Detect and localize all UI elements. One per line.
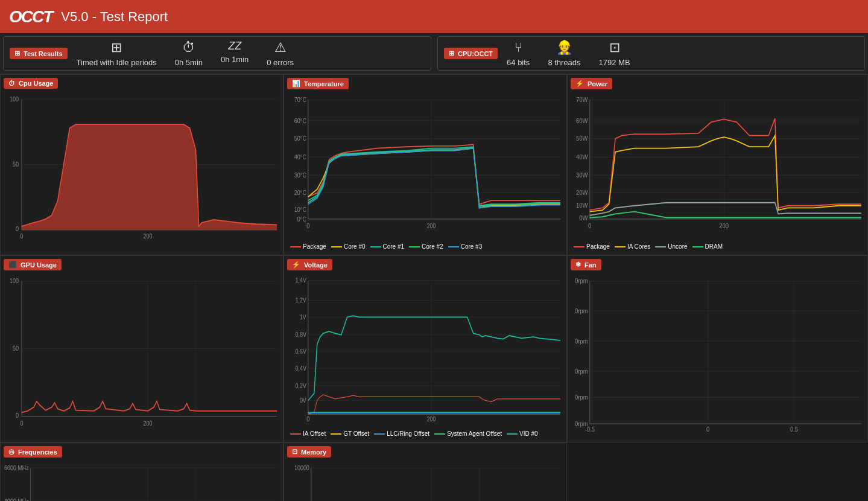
svg-text:60W: 60W <box>576 117 588 124</box>
memory-chart: 10000 0 0 200 <box>287 461 563 501</box>
frequencies-panel: ◎ Frequencies 6000 MHz 4000 MHz 2000 MHz… <box>0 442 284 501</box>
power-panel: ⚡ Power 70W 60W 50W 40W 30W 20W 10W <box>567 74 868 255</box>
svg-text:0,2V: 0,2V <box>295 383 306 390</box>
fan-panel: ❄ Fan 0rpm 0rpm 0rpm 0rpm 0rpm 0 0rpm <box>567 255 868 442</box>
svg-text:0rpm: 0rpm <box>575 394 588 401</box>
svg-text:10°C: 10°C <box>294 206 306 213</box>
svg-text:0: 0 <box>588 222 592 229</box>
svg-text:0,4V: 0,4V <box>295 365 306 372</box>
test-results-label: ⊞ Test Results <box>10 48 68 59</box>
svg-text:50: 50 <box>13 161 19 168</box>
info-item-duration: ⏱ 0h 5min <box>175 40 203 67</box>
svg-text:0,6V: 0,6V <box>295 348 306 355</box>
svg-text:30W: 30W <box>576 171 588 179</box>
power-title: ⚡ Power <box>571 78 612 89</box>
svg-text:70W: 70W <box>576 96 588 103</box>
header: OCCT V5.0 - Test Report <box>0 0 868 33</box>
svg-text:1,4V: 1,4V <box>295 276 306 284</box>
gpu-usage-title: ⬛ GPU Usage <box>4 259 62 270</box>
header-title: V5.0 - Test Report <box>61 9 168 25</box>
fan-chart: 0rpm 0rpm 0rpm 0rpm 0rpm 0 0rpm 0.5 -0.5 <box>571 273 864 439</box>
frequencies-title: ◎ Frequencies <box>4 446 62 458</box>
svg-text:40°C: 40°C <box>294 153 306 161</box>
cpu-occt-label: ⊞ CPU:OCCT <box>444 48 498 59</box>
svg-text:30°C: 30°C <box>294 171 306 179</box>
svg-text:0rpm: 0rpm <box>575 337 588 345</box>
logo: OCCT <box>9 7 52 27</box>
svg-text:200: 200 <box>143 420 152 427</box>
svg-text:0rpm: 0rpm <box>575 368 588 375</box>
svg-text:100: 100 <box>10 277 19 284</box>
svg-text:0: 0 <box>16 225 19 232</box>
voltage-panel: ⚡ Voltage 1,4V 1,2V 1V 0,8V 0,6V <box>284 255 567 442</box>
svg-text:200: 200 <box>426 222 436 229</box>
temperature-chart: 70°C 60°C 50°C 40°C 30°C 20°C 10°C 0°C 0… <box>287 92 563 241</box>
memory-title: ⊡ Memory <box>287 446 331 458</box>
svg-text:50W: 50W <box>576 135 588 142</box>
svg-text:10000: 10000 <box>294 464 309 471</box>
temperature-legend: Package Core #0 Core #1 Core #2 Core #3 <box>287 241 563 252</box>
cpu-usage-title: ⏱ Cpu Usage <box>4 78 58 89</box>
svg-text:0: 0 <box>20 233 23 240</box>
info-bar: ⊞ Test Results ⊞ Timed with Idle periods… <box>0 33 868 74</box>
info-item-idle: ZZ 0h 1min <box>221 40 249 67</box>
svg-text:100: 100 <box>10 95 19 103</box>
power-legend: Package IA Cores Uncore DRAM <box>571 241 864 252</box>
cpu-usage-chart: 100 50 0 0 200 <box>4 92 280 252</box>
svg-text:0: 0 <box>306 416 310 423</box>
svg-text:0V: 0V <box>300 397 306 404</box>
cpu-usage-panel: ⏱ Cpu Usage 100 50 0 0 200 <box>0 74 284 255</box>
svg-text:20W: 20W <box>576 190 588 197</box>
svg-text:50°C: 50°C <box>294 135 306 142</box>
charts-area: ⏱ Cpu Usage 100 50 0 0 200 <box>0 74 868 501</box>
svg-text:0,8V: 0,8V <box>295 331 306 338</box>
svg-text:4000 MHz: 4000 MHz <box>4 497 29 501</box>
test-results-items: ⊞ Timed with Idle periods ⏱ 0h 5min ZZ 0… <box>77 40 294 67</box>
svg-text:40W: 40W <box>576 153 588 161</box>
svg-text:0: 0 <box>306 222 309 229</box>
memory-panel: ⊡ Memory 10000 0 0 200 <box>284 442 567 501</box>
svg-text:1V: 1V <box>300 313 306 321</box>
fan-title: ❄ Fan <box>571 259 601 270</box>
info-item-bits: ⑂ 64 bits <box>507 40 530 67</box>
voltage-legend: IA Offset GT Offset LLC/Ring Offset Syst… <box>287 429 563 439</box>
info-item-mode: ⊞ Timed with Idle periods <box>77 40 157 67</box>
info-item-errors: ⚠ 0 errors <box>267 40 294 67</box>
svg-text:0rpm: 0rpm <box>575 277 588 284</box>
svg-text:0rpm: 0rpm <box>575 307 588 314</box>
svg-text:0: 0 <box>20 420 23 427</box>
svg-text:-0.5: -0.5 <box>585 426 595 433</box>
svg-text:200: 200 <box>426 416 436 423</box>
svg-text:0°C: 0°C <box>297 215 306 223</box>
cpu-occt-items: ⑂ 64 bits 👷 8 threads ⊡ 1792 MB <box>507 40 630 67</box>
svg-text:0: 0 <box>16 412 19 419</box>
svg-text:10W: 10W <box>576 202 588 209</box>
svg-text:0W: 0W <box>579 215 588 222</box>
svg-text:60°C: 60°C <box>294 117 306 124</box>
info-item-mb: ⊡ 1792 MB <box>599 40 630 67</box>
svg-text:200: 200 <box>143 233 152 240</box>
svg-text:70°C: 70°C <box>294 96 306 103</box>
voltage-title: ⚡ Voltage <box>287 259 332 270</box>
voltage-chart: 1,4V 1,2V 1V 0,8V 0,6V 0,4V 0,2V 0V 0 20… <box>287 273 563 429</box>
svg-text:1,2V: 1,2V <box>295 296 306 304</box>
temperature-panel: 📊 Temperature 70°C 60°C 50°C 40°C 30°C 2… <box>284 74 567 255</box>
svg-text:20°C: 20°C <box>294 190 306 197</box>
svg-text:50: 50 <box>13 345 19 352</box>
info-item-threads: 👷 8 threads <box>548 40 580 67</box>
svg-text:200: 200 <box>719 222 729 229</box>
svg-text:6000 MHz: 6000 MHz <box>4 464 29 471</box>
gpu-usage-chart: 100 50 0 0 200 <box>4 273 280 439</box>
gpu-usage-panel: ⬛ GPU Usage 100 50 0 0 200 <box>0 255 284 442</box>
svg-text:0.5: 0.5 <box>790 426 798 433</box>
temperature-title: 📊 Temperature <box>287 78 349 89</box>
frequencies-chart: 6000 MHz 4000 MHz 2000 MHz 0 MHz 0 200 <box>4 461 280 501</box>
power-chart: 70W 60W 50W 40W 30W 20W 10W 0W 0 200 <box>571 92 864 241</box>
svg-text:0: 0 <box>706 426 709 433</box>
